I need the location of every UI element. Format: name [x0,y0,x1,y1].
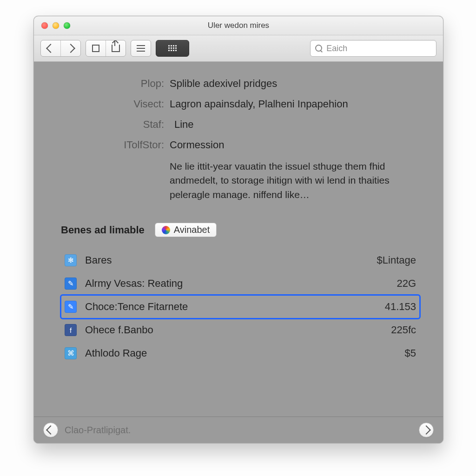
grid-icon [168,45,177,52]
list-item[interactable]: ✻Bares$Lintage [61,249,420,272]
section-heading: Benes ad limable [61,224,145,236]
share-icon [112,45,120,52]
rainbow-icon [162,226,170,234]
value-tolstor: Cormession [170,139,424,151]
list-item[interactable]: ✎Alrmy Vesas: Reating22G [61,272,420,295]
close-window-button[interactable] [41,22,48,29]
item-size: 225fc [391,324,416,336]
item-size: 41.153 [385,301,416,313]
description-text: Ne lie ittit-year vauatin the issuel sth… [170,159,424,202]
toolbar [34,35,443,62]
avinabet-label: Avinabet [174,225,210,235]
traffic-lights [41,22,70,29]
item-size: 22G [397,278,416,290]
label-plop: Plop: [80,78,164,90]
app-icon: ✎ [65,301,77,313]
item-name: Choce:Tence Fitarnete [85,301,377,313]
minimize-window-button[interactable] [53,22,59,29]
list-item[interactable]: ⌘Athlodo Rage$5 [61,342,420,365]
footer: Clao-Pratlipigat. [34,416,443,443]
chevron-right-icon [422,425,431,435]
nav-back-forward [40,40,81,57]
item-name: Bares [85,254,369,266]
value-staf-text: Line [174,119,194,131]
value-plop: Splible adexivel pridges [170,78,424,90]
titlebar: Uler wedon mires [34,16,443,35]
list-item[interactable]: fOhece f.Banbo225fc [61,318,420,342]
section-header: Benes ad limable Avinabet [61,223,217,237]
grid-view-button[interactable] [156,40,189,57]
chevron-right-icon [66,44,75,53]
window-title: Uler wedon mires [34,21,443,30]
prev-page-button[interactable] [43,423,58,437]
share-button[interactable] [106,40,126,56]
list-view-button[interactable] [131,40,151,57]
search-input[interactable] [325,43,431,54]
window: Uler wedon mires Plop: Splible adexivel … [33,16,443,443]
search-icon [315,45,322,52]
avinabet-button[interactable]: Avinabet [155,223,217,237]
item-name: Athlodo Rage [85,347,397,359]
app-icon: ✎ [65,278,77,290]
app-icon: f [65,324,77,336]
search-field[interactable] [310,40,436,57]
value-staf: Line [170,119,424,131]
label-staf: Staf: [80,119,164,131]
label-visect: Visect: [80,98,164,110]
square-icon [92,45,99,52]
hamburger-icon [137,48,145,49]
value-visect: Lagron apainsdaly, Plalheni Inpapehion [170,98,424,110]
list-item[interactable]: ✎Choce:Tence Fitarnete41.153 [61,295,420,318]
item-name: Alrmy Vesas: Reating [85,278,388,290]
info-grid: Plop: Splible adexivel pridges Visect: L… [80,78,424,202]
item-list: ✻Bares$Lintage✎Alrmy Vesas: Reating22G✎C… [61,249,420,365]
app-icon: ⌘ [65,347,77,359]
view-buttons [86,40,126,57]
next-page-button[interactable] [419,423,434,437]
zoom-window-button[interactable] [64,22,70,29]
chevron-left-icon [46,425,55,435]
back-button[interactable] [41,40,60,56]
footer-text: Clao-Pratlipigat. [65,425,131,436]
app-icon: ✻ [65,254,77,266]
chevron-left-icon [46,44,55,53]
content-area: Plop: Splible adexivel pridges Visect: L… [34,62,443,416]
label-tolstor: ITolfStor: [80,139,164,151]
item-name: Ohece f.Banbo [85,324,383,336]
item-size: $Lintage [377,254,416,266]
item-size: $5 [405,347,416,359]
view-icon-button[interactable] [86,40,106,56]
forward-button[interactable] [60,40,80,56]
